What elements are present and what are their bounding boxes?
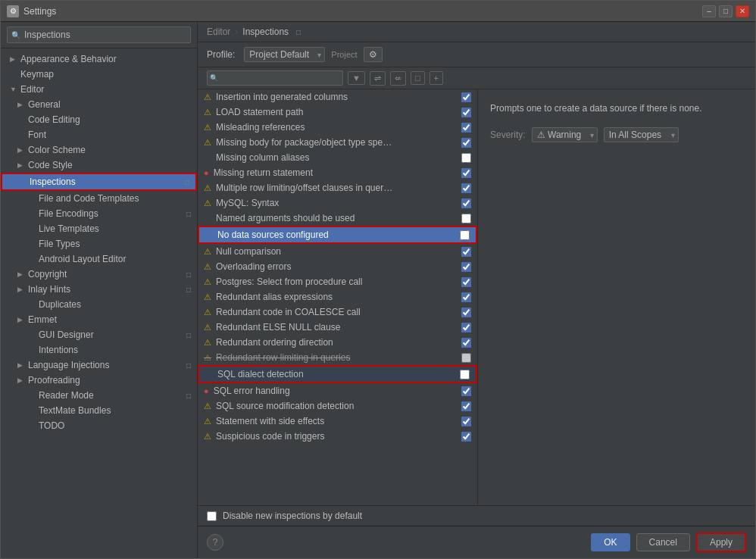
- gear-button[interactable]: ⚙: [364, 47, 383, 62]
- sidebar-item-keymap[interactable]: Keymap: [1, 67, 197, 82]
- severity-select[interactable]: ⚠ Warning: [532, 127, 598, 142]
- item-checkbox[interactable]: [461, 168, 471, 178]
- sidebar-item-live-templates[interactable]: Live Templates: [1, 221, 197, 236]
- list-item[interactable]: ● Missing return statement: [198, 165, 477, 180]
- list-item[interactable]: ⚠ Statement with side effects: [198, 414, 477, 429]
- ok-button[interactable]: OK: [591, 533, 629, 551]
- sidebar-item-todo[interactable]: TODO: [1, 418, 197, 433]
- filter-search-input[interactable]: [207, 70, 343, 86]
- sidebar-item-intentions[interactable]: Intentions: [1, 342, 197, 358]
- sidebar-item-file-types[interactable]: File Types: [1, 236, 197, 251]
- item-checkbox[interactable]: [461, 138, 471, 148]
- sidebar-item-file-encodings[interactable]: File Encodings □: [1, 206, 197, 221]
- list-item[interactable]: ⚠ Misleading references: [198, 120, 477, 135]
- item-checkbox[interactable]: [461, 153, 471, 163]
- maximize-button[interactable]: □: [719, 5, 733, 17]
- sidebar-search-input[interactable]: [7, 27, 191, 43]
- filter-expand-button[interactable]: ⇌: [370, 71, 386, 86]
- warning-icon: ⚠: [204, 432, 211, 442]
- list-item[interactable]: ⚠ LOAD statement path: [198, 105, 477, 120]
- list-item[interactable]: ⚠ Postgres: Select from procedure call: [198, 274, 477, 289]
- list-item[interactable]: ● SQL error handling: [198, 383, 477, 398]
- cancel-button[interactable]: Cancel: [636, 533, 690, 551]
- disable-checkbox[interactable]: [207, 511, 217, 521]
- item-checkbox[interactable]: [461, 247, 471, 257]
- item-checkbox[interactable]: [461, 417, 471, 426]
- sidebar-item-editor[interactable]: ▼ Editor: [1, 82, 197, 97]
- item-checkbox[interactable]: [461, 214, 471, 223]
- item-checkbox[interactable]: [460, 370, 470, 379]
- list-item[interactable]: ⚠ Redundant row limiting in queries: [198, 350, 477, 365]
- list-item[interactable]: ⚠ MySQL: Syntax: [198, 195, 477, 211]
- list-item[interactable]: ⚠ Multiple row limiting/offset clauses i…: [198, 180, 477, 195]
- sidebar-item-code-editing[interactable]: Code Editing: [1, 112, 197, 127]
- item-checkbox[interactable]: [461, 292, 471, 302]
- sidebar-item-label: TODO: [39, 420, 191, 431]
- list-item[interactable]: ⚠ Suspicious code in triggers: [198, 429, 477, 444]
- item-checkbox[interactable]: [461, 432, 471, 442]
- item-label: Redundant alias expressions: [216, 292, 457, 302]
- list-item[interactable]: ⚠ Missing column aliases: [198, 150, 477, 165]
- sidebar-item-android-layout[interactable]: Android Layout Editor: [1, 251, 197, 267]
- list-item[interactable]: ⚠ Null comparison: [198, 244, 477, 259]
- sidebar-item-emmet[interactable]: ▶ Emmet: [1, 312, 197, 327]
- sidebar-item-reader-mode[interactable]: Reader Mode □: [1, 388, 197, 403]
- profile-select[interactable]: Project Default: [244, 47, 325, 62]
- list-item-no-data-sources[interactable]: ⚠ No data sources configured: [198, 226, 477, 244]
- list-item-sql-dialect[interactable]: ⚠ SQL dialect detection: [198, 365, 477, 383]
- item-checkbox[interactable]: [461, 308, 471, 317]
- item-checkbox[interactable]: [461, 386, 471, 396]
- list-item[interactable]: ⚠ Redundant ordering direction: [198, 335, 477, 350]
- list-item[interactable]: ⚠ Named arguments should be used: [198, 211, 477, 226]
- sidebar-item-color-scheme[interactable]: ▶ Color Scheme: [1, 142, 197, 158]
- list-item[interactable]: ⚠ Insertion into generated columns: [198, 89, 477, 105]
- help-button[interactable]: ?: [207, 534, 223, 551]
- minimize-button[interactable]: –: [702, 5, 716, 17]
- sidebar-item-font[interactable]: Font: [1, 127, 197, 142]
- sidebar-item-language-injections[interactable]: ▶ Language Injections □: [1, 358, 197, 373]
- list-item[interactable]: ⚠ Missing body for package/object type s…: [198, 135, 477, 150]
- item-checkbox[interactable]: [461, 92, 471, 102]
- main-content: ▶ Appearance & Behavior Keymap ▼ Editor …: [1, 22, 755, 558]
- sidebar-item-copyright[interactable]: ▶ Copyright □: [1, 267, 197, 282]
- sidebar-item-code-style[interactable]: ▶ Code Style: [1, 158, 197, 173]
- item-checkbox[interactable]: [461, 277, 471, 287]
- sidebar-item-gui-designer[interactable]: GUI Designer □: [1, 327, 197, 342]
- list-item[interactable]: ⚠ Overloading errors: [198, 259, 477, 274]
- sidebar-item-textmate[interactable]: TextMate Bundles: [1, 403, 197, 418]
- item-checkbox[interactable]: [461, 198, 471, 208]
- item-checkbox[interactable]: [461, 323, 471, 333]
- item-label: SQL source modification detection: [216, 401, 457, 411]
- sidebar-item-inlay-hints[interactable]: ▶ Inlay Hints □: [1, 282, 197, 297]
- filter-square-button[interactable]: □: [411, 71, 425, 85]
- item-checkbox[interactable]: [461, 123, 471, 133]
- item-checkbox[interactable]: [461, 401, 471, 411]
- item-label: Named arguments should be used: [216, 213, 457, 223]
- item-checkbox[interactable]: [461, 262, 471, 272]
- sidebar-item-appearance[interactable]: ▶ Appearance & Behavior: [1, 52, 197, 67]
- close-button[interactable]: ✕: [736, 5, 749, 17]
- apply-button[interactable]: Apply: [696, 532, 746, 552]
- sidebar-item-general[interactable]: ▶ General: [1, 97, 197, 112]
- filter-collapse-button[interactable]: ⇍: [390, 71, 406, 86]
- item-label: SQL error handling: [214, 386, 457, 396]
- item-label: Redundant row limiting in queries: [216, 352, 457, 363]
- scope-select[interactable]: In All Scopes: [604, 127, 679, 142]
- sidebar-item-duplicates[interactable]: Duplicates: [1, 297, 197, 312]
- list-item[interactable]: ⚠ Redundant alias expressions: [198, 289, 477, 304]
- list-item[interactable]: ⚠ Redundant ELSE NULL clause: [198, 320, 477, 335]
- filter-add-button[interactable]: +: [430, 71, 443, 85]
- sidebar-item-file-code-templates[interactable]: File and Code Templates: [1, 191, 197, 206]
- sync-icon: □: [186, 392, 191, 400]
- item-checkbox[interactable]: [460, 230, 470, 240]
- item-checkbox[interactable]: [461, 183, 471, 193]
- list-item[interactable]: ⚠ Redundant code in COALESCE call: [198, 304, 477, 320]
- item-checkbox[interactable]: [461, 353, 471, 363]
- warning-icon: ⚠: [204, 198, 211, 208]
- sidebar-item-inspections[interactable]: Inspections □: [1, 173, 197, 191]
- item-checkbox[interactable]: [461, 338, 471, 348]
- item-checkbox[interactable]: [461, 108, 471, 117]
- list-item[interactable]: ⚠ SQL source modification detection: [198, 398, 477, 414]
- filter-funnel-button[interactable]: ▼: [348, 71, 365, 85]
- sidebar-item-proofreading[interactable]: ▶ Proofreading: [1, 373, 197, 388]
